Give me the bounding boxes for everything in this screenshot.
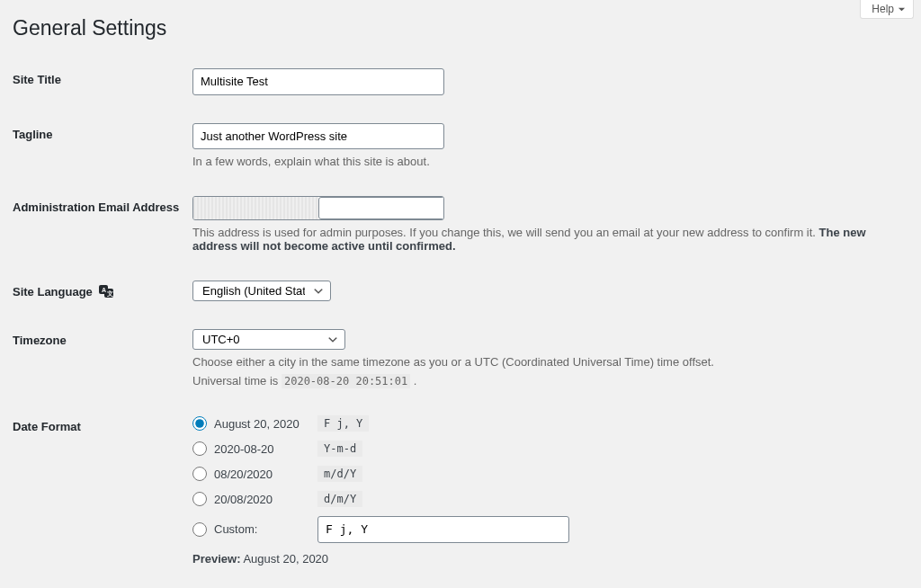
time-format-label: Time Format <box>13 582 192 589</box>
admin-email-input[interactable] <box>318 197 444 219</box>
translate-icon: A文 <box>99 285 113 300</box>
tagline-input[interactable] <box>192 123 444 150</box>
site-title-label: Site Title <box>13 57 192 111</box>
date-format-custom-radio[interactable] <box>192 522 207 537</box>
date-format-fieldset: August 20, 2020 F j, Y 2020-08-20 Y-m-d … <box>192 415 903 566</box>
universal-time: Universal time is 2020-08-20 20:51:01 . <box>192 374 903 388</box>
svg-text:文: 文 <box>106 290 113 298</box>
chevron-down-icon <box>898 5 906 13</box>
date-format-option-label: 2020-08-20 <box>214 442 317 456</box>
site-language-label: Site Language <box>13 285 93 298</box>
date-format-custom-label: Custom: <box>214 522 317 536</box>
admin-email-field[interactable] <box>192 196 444 220</box>
date-format-code: Y-m-d <box>317 441 362 457</box>
timezone-label: Timezone <box>13 317 192 404</box>
date-format-custom-input[interactable] <box>317 516 569 543</box>
help-label: Help <box>872 3 894 15</box>
date-format-radio[interactable] <box>192 492 207 506</box>
date-format-option-label: 20/08/2020 <box>214 493 317 506</box>
date-format-code: d/m/Y <box>317 491 362 507</box>
date-format-radio[interactable] <box>192 467 207 481</box>
site-language-select[interactable]: English (United States) <box>192 281 331 301</box>
date-format-radio[interactable] <box>192 441 207 456</box>
tagline-desc: In a few words, explain what this site i… <box>192 155 903 168</box>
help-button[interactable]: Help <box>860 0 914 19</box>
date-format-option-label: August 20, 2020 <box>214 417 317 431</box>
date-format-code: m/d/Y <box>317 466 362 482</box>
date-format-option-label: 08/20/2020 <box>214 468 317 481</box>
redacted-area <box>193 197 318 219</box>
timezone-select[interactable]: UTC+0 <box>192 329 345 350</box>
tagline-label: Tagline <box>13 111 192 185</box>
site-title-input[interactable] <box>192 68 444 95</box>
svg-text:A: A <box>102 287 106 293</box>
admin-email-label: Administration Email Address <box>13 184 192 269</box>
timezone-desc: Choose either a city in the same timezon… <box>192 355 903 369</box>
page-title: General Settings <box>13 16 903 40</box>
admin-email-desc: This address is used for admin purposes.… <box>192 226 903 253</box>
date-format-label: Date Format <box>13 404 192 582</box>
date-format-radio[interactable] <box>192 416 207 431</box>
date-format-preview: Preview: August 20, 2020 <box>192 552 903 566</box>
date-format-code: F j, Y <box>317 415 369 432</box>
